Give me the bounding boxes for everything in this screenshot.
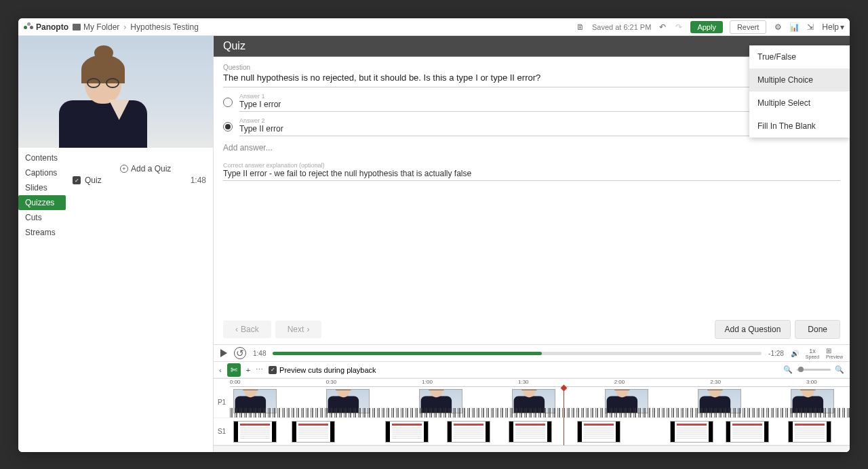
save-status: Saved at 6:21 PM (592, 23, 651, 31)
question-type-menu: True/False Multiple Choice Multiple Sele… (749, 45, 850, 138)
redo-icon[interactable]: ↷ (674, 22, 684, 32)
chevron-left-icon: ‹ (235, 325, 238, 334)
quiz-item-label: Quiz (85, 176, 102, 185)
chevron-down-icon: ▾ (840, 22, 844, 32)
folder-label: My Folder (83, 22, 119, 32)
zoom-in-icon[interactable]: 🔍 (835, 365, 844, 374)
answer-row-2: Answer 2 Type II error (223, 117, 840, 136)
logo-icon (24, 22, 33, 32)
qtype-multiple-select[interactable]: Multiple Select (749, 91, 850, 115)
gear-icon[interactable]: ⚙ (773, 22, 783, 32)
back-label: Back (241, 325, 259, 334)
help-label: Help (822, 22, 839, 32)
rewind-button[interactable] (234, 347, 246, 359)
quiz-list-item[interactable]: Quiz 1:48 (18, 174, 213, 187)
add-quiz-button[interactable]: + Add a Quiz (120, 164, 213, 174)
time-ruler[interactable]: 0:00 0:30 1:00 1:30 2:00 2:30 3:00 (230, 379, 850, 387)
tick: 2:00 (614, 379, 625, 385)
zoom-controls: 🔍 🔍 (783, 365, 844, 374)
play-icon (220, 349, 227, 357)
question-label: Question (223, 64, 840, 71)
timeline-toolbar: ‹ ✄ + ⋯ Preview cuts during playback 🔍 🔍 (214, 362, 850, 378)
qtype-multiple-choice[interactable]: Multiple Choice (749, 68, 850, 91)
sidebar-nav: Contents Captions Slides Quizzes Cuts St… (18, 148, 213, 243)
done-button[interactable]: Done (795, 320, 840, 339)
speed-value: 1x (806, 348, 819, 354)
speed-button[interactable]: 1x Speed (806, 348, 819, 359)
revert-button[interactable]: Revert (730, 20, 766, 34)
tick: 2:30 (710, 379, 721, 385)
next-button[interactable]: Next › (275, 321, 322, 338)
track-s1-label: S1 (214, 428, 230, 435)
export-icon[interactable]: ⇲ (806, 22, 815, 32)
progress-track[interactable] (273, 352, 762, 355)
brand-name: Panopto (36, 22, 68, 32)
main-split: Contents Captions Slides Quizzes Cuts St… (18, 36, 850, 452)
topbar-left: Panopto My Folder › Hypothesis Testing (24, 22, 199, 32)
folder-icon (73, 24, 81, 30)
cut-tool[interactable]: ✄ (227, 363, 241, 377)
video-preview[interactable] (18, 36, 213, 148)
app-window: Panopto My Folder › Hypothesis Testing 🗎… (18, 18, 850, 452)
tick: 0:30 (326, 379, 337, 385)
topbar-right: 🗎 Saved at 6:21 PM ↶ ↷ Apply Revert ⚙ 📊 … (576, 20, 844, 34)
preview-label: Preview (826, 354, 843, 359)
stats-icon[interactable]: 📊 (789, 22, 799, 32)
preview-cuts-checkbox[interactable]: Preview cuts during playback (269, 366, 376, 374)
timeline-track-p1[interactable]: P1 (214, 387, 850, 418)
waveform (230, 408, 850, 417)
playhead[interactable] (564, 387, 564, 445)
explanation-label: Correct answer explanation (optional) (223, 162, 840, 169)
plus-circle-icon: + (120, 165, 128, 173)
breadcrumb-title[interactable]: Hypothesis Testing (130, 22, 199, 32)
play-button[interactable] (220, 349, 227, 357)
add-question-button[interactable]: Add a Question (715, 320, 791, 339)
timeline-track-s1[interactable]: S1 (214, 418, 850, 445)
back-button[interactable]: ‹ Back (223, 321, 271, 338)
nav-contents[interactable]: Contents (18, 150, 213, 165)
apply-button[interactable]: Apply (690, 21, 723, 33)
tick: 1:00 (422, 379, 433, 385)
zoom-slider[interactable] (797, 369, 831, 371)
brand-logo[interactable]: Panopto (24, 22, 68, 32)
undo-icon[interactable]: ↶ (658, 22, 667, 32)
tick: 0:00 (230, 379, 241, 385)
preview-cuts-label: Preview cuts during playback (279, 366, 376, 374)
add-icon[interactable]: + (246, 366, 250, 374)
track-p1-label: P1 (214, 399, 230, 406)
qtype-fill-blank[interactable]: Fill In The Blank (749, 115, 850, 138)
add-answer-button[interactable]: Add answer... (223, 143, 840, 152)
speed-label: Speed (806, 354, 819, 359)
tick: 1:30 (518, 379, 529, 385)
editor-footer: ‹ Back Next › Add a Question Done (214, 314, 850, 344)
topbar: Panopto My Folder › Hypothesis Testing 🗎… (18, 18, 850, 36)
answer-radio-1[interactable] (223, 98, 233, 107)
qtype-true-false[interactable]: True/False (749, 45, 850, 68)
preview-grid-icon[interactable]: ⊞ Preview (826, 347, 843, 359)
zoom-out-icon[interactable]: 🔍 (783, 365, 793, 374)
player-bar: 1:48 -1:28 🔊 1x Speed ⊞ Preview (214, 344, 850, 362)
nav-cuts[interactable]: Cuts (18, 210, 213, 225)
nav-quizzes[interactable]: Quizzes (18, 195, 66, 210)
chevron-right-icon: › (307, 325, 309, 334)
captions-icon[interactable]: 🗎 (576, 22, 585, 32)
collapse-icon[interactable]: ‹ (219, 366, 222, 374)
timeline: 0:00 0:30 1:00 1:30 2:00 2:30 3:00 P1 (214, 378, 850, 452)
answer-radio-2[interactable] (223, 122, 233, 131)
quiz-editor: Quiz Question The null hypothesis is no … (214, 36, 850, 452)
volume-icon[interactable]: 🔊 (791, 350, 799, 357)
quiz-list: + Add a Quiz Quiz 1:48 (18, 243, 213, 452)
more-icon[interactable]: ⋯ (256, 365, 263, 374)
question-input[interactable]: The null hypothesis is no rejected, but … (223, 71, 840, 87)
current-time: 1:48 (253, 350, 266, 357)
nav-streams[interactable]: Streams (18, 225, 213, 240)
remaining-time: -1:28 (768, 350, 784, 357)
check-icon (73, 176, 81, 184)
breadcrumb-folder[interactable]: My Folder (73, 22, 119, 32)
timeline-scrollbar[interactable] (214, 445, 850, 452)
quiz-item-time: 1:48 (191, 176, 206, 185)
help-link[interactable]: Help ▾ (822, 22, 844, 32)
checkbox-icon (269, 366, 277, 374)
tick: 3:00 (806, 379, 817, 385)
explanation-input[interactable]: Type II error - we fail to reject the nu… (223, 169, 840, 181)
